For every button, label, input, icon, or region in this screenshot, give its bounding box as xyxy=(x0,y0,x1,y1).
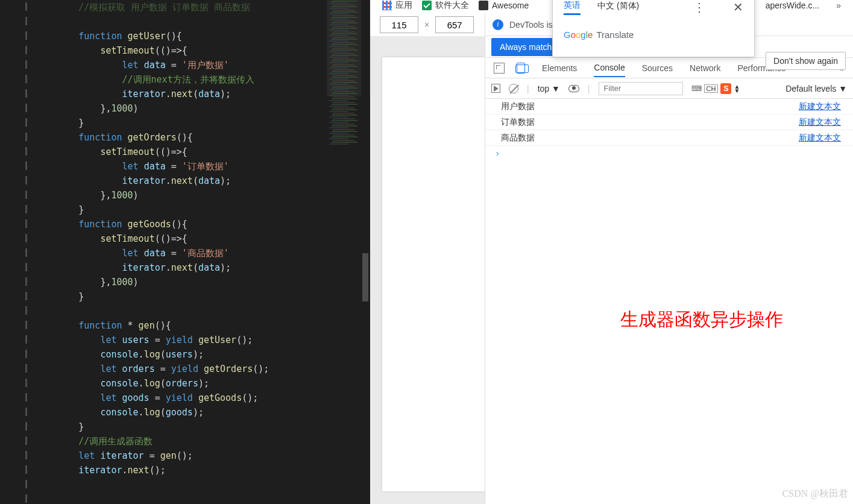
code-line[interactable]: function getGoods(){ xyxy=(35,217,370,232)
console-source-link[interactable]: 新建文本文 xyxy=(799,133,841,143)
console-source-link[interactable]: 新建文本文 xyxy=(799,117,841,128)
console-message: 用户数据 xyxy=(501,101,799,112)
code-line[interactable]: function getOrders(){ xyxy=(35,130,370,145)
code-line[interactable]: } xyxy=(35,116,370,130)
ime-ch-label: CH xyxy=(704,84,719,93)
ime-sogou-icon: S xyxy=(720,83,731,94)
code-line[interactable]: //调用next方法，并将数据传入 xyxy=(35,72,370,87)
translate-popup: 英语 中文 (简体) ⋮ ✕ Google Translate xyxy=(552,0,755,57)
inspect-element-icon[interactable] xyxy=(494,63,505,74)
code-line[interactable] xyxy=(35,304,370,318)
always-match-button[interactable]: Always match xyxy=(491,38,560,56)
console-row: 用户数据新建文本文 xyxy=(485,99,853,115)
device-toggle-icon[interactable] xyxy=(517,63,525,74)
browser-pane: 应用 软件大全 Awesome apersWide.c... » 英语 中文 (… xyxy=(370,0,853,504)
info-icon: i xyxy=(493,19,503,30)
translate-tab-chinese[interactable]: 中文 (简体) xyxy=(597,1,639,14)
code-line[interactable]: iterator.next(data); xyxy=(35,87,370,101)
console-row: 商品数据新建文本文 xyxy=(485,130,853,146)
tab-elements[interactable]: Elements xyxy=(542,60,577,77)
tab-console[interactable]: Console xyxy=(594,59,625,77)
code-line[interactable]: },1000) xyxy=(35,101,370,116)
code-line[interactable]: let goods = yield getGoods(); xyxy=(35,391,370,405)
scrollbar-thumb[interactable] xyxy=(362,253,368,301)
bookmark-awesome[interactable]: Awesome xyxy=(479,1,529,10)
viewport-size: × xyxy=(370,13,485,36)
console-source-link[interactable]: 新建文本文 xyxy=(799,101,841,112)
translate-brand-text: Translate xyxy=(596,30,634,40)
console-message: 商品数据 xyxy=(501,133,799,143)
code-line[interactable]: //调用生成器函数 xyxy=(35,434,370,449)
code-line[interactable]: } xyxy=(35,203,370,217)
code-editor-pane: //模拟获取 用户数据 订单数据 商品数据 function getUser()… xyxy=(0,0,370,504)
code-line[interactable]: let iterator = gen(); xyxy=(35,449,370,463)
code-line[interactable]: setTimeout(()=>{ xyxy=(35,232,370,246)
console-output: 用户数据新建文本文订单数据新建文本文商品数据新建文本文 xyxy=(485,99,853,146)
bookmark-overflow[interactable]: » xyxy=(836,1,841,10)
translate-more-icon[interactable]: ⋮ xyxy=(693,0,705,14)
clear-console-icon[interactable] xyxy=(509,84,518,93)
notice-text: DevTools is xyxy=(509,20,553,30)
annotation-text: 生成器函数异步操作 xyxy=(620,307,783,332)
code-line[interactable]: let data = '用户数据' xyxy=(35,58,370,72)
dont-show-button[interactable]: Don't show again xyxy=(766,52,846,70)
code-line[interactable]: },1000) xyxy=(35,275,370,289)
gutter xyxy=(0,0,33,504)
code-line[interactable]: function * gen(){ xyxy=(35,318,370,333)
viewport-width-input[interactable] xyxy=(380,16,418,33)
translate-close-icon[interactable]: ✕ xyxy=(733,0,743,14)
code-line[interactable]: setTimeout(()=>{ xyxy=(35,43,370,58)
code-line[interactable]: iterator.next(data); xyxy=(35,260,370,275)
code-line[interactable]: console.log(orders); xyxy=(35,376,370,391)
bookmark-label: 软件大全 xyxy=(435,0,469,11)
code-line[interactable]: } xyxy=(35,420,370,434)
console-message: 订单数据 xyxy=(501,117,799,128)
log-levels-selector[interactable]: Default levels ▼ xyxy=(785,84,847,93)
bookmark-label: apersWide.c... xyxy=(766,1,819,10)
code-line[interactable]: } xyxy=(35,289,370,304)
vertical-scrollbar[interactable] xyxy=(361,0,370,504)
code-line[interactable] xyxy=(35,14,370,29)
ime-indicator[interactable]: ⌨ CH S ▲▼ xyxy=(691,83,740,94)
times-icon: × xyxy=(424,20,429,30)
tab-network[interactable]: Network xyxy=(690,60,720,77)
code-line[interactable]: console.log(users); xyxy=(35,347,370,362)
code-line[interactable]: let orders = yield getOrders(); xyxy=(35,362,370,376)
viewport-height-input[interactable] xyxy=(435,16,474,33)
code-line[interactable]: let users = yield getUser(); xyxy=(35,333,370,347)
bookmark-label: Awesome xyxy=(492,1,529,10)
console-toolbar: | top ▼ | ⌨ CH S ▲▼ Default levels ▼ xyxy=(485,78,853,99)
translate-brand: Google Translate xyxy=(553,21,754,48)
code-line[interactable]: setTimeout(()=>{ xyxy=(35,145,370,159)
code-line[interactable]: },1000) xyxy=(35,188,370,203)
code-line[interactable]: iterator.next(data); xyxy=(35,174,370,188)
watermark: CSDN @秋田君 xyxy=(782,488,848,500)
google-logo: Google xyxy=(564,30,593,40)
tab-sources[interactable]: Sources xyxy=(642,60,673,77)
rendered-page[interactable] xyxy=(382,57,485,491)
console-sidebar-toggle-icon[interactable] xyxy=(491,84,500,93)
bookmark-wallpapers[interactable]: apersWide.c... xyxy=(766,1,819,10)
code-line[interactable] xyxy=(35,477,370,492)
code-line[interactable]: function getUser(){ xyxy=(35,29,370,43)
code-line[interactable]: let data = '商品数据' xyxy=(35,246,370,260)
bookmark-software[interactable]: 软件大全 xyxy=(422,0,469,11)
code-line[interactable]: //模拟获取 用户数据 订单数据 商品数据 xyxy=(35,0,370,14)
bookmark-label: 应用 xyxy=(395,0,412,11)
code-line[interactable]: console.log(goods); xyxy=(35,405,370,420)
console-filter-input[interactable] xyxy=(599,82,683,95)
translate-tab-english[interactable]: 英语 xyxy=(564,0,581,15)
code-line[interactable]: iterator.next(); xyxy=(35,463,370,477)
check-icon xyxy=(422,1,432,10)
live-expression-icon[interactable] xyxy=(568,85,579,92)
code-line[interactable] xyxy=(35,492,370,504)
ime-toggle-icon: ▲▼ xyxy=(734,84,740,93)
code-area[interactable]: //模拟获取 用户数据 订单数据 商品数据 function getUser()… xyxy=(33,0,370,504)
apps-icon xyxy=(382,1,392,10)
context-selector[interactable]: top ▼ xyxy=(538,84,560,93)
translate-tabs: 英语 中文 (简体) ⋮ ✕ xyxy=(553,0,754,21)
console-prompt[interactable]: › xyxy=(485,146,853,160)
page-icon xyxy=(479,1,488,10)
bookmark-apps[interactable]: 应用 xyxy=(382,0,412,11)
code-line[interactable]: let data = '订单数据' xyxy=(35,159,370,174)
